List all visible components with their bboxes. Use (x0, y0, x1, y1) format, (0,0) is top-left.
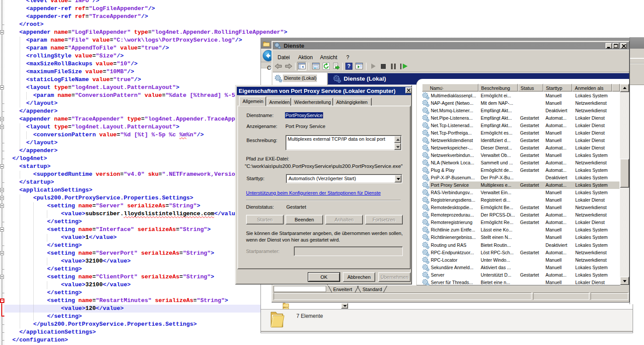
svg-text:Standard: Standard (362, 287, 382, 292)
svg-text:Erweitert: Erweitert (333, 287, 352, 292)
